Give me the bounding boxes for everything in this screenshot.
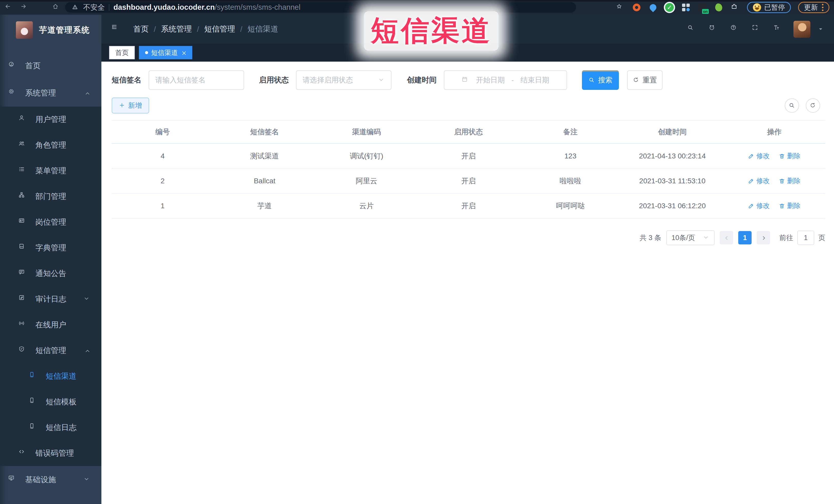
table-row: 2 Ballcat 阿里云 开启 啦啦啦 2021-03-31 11:53:10… — [112, 169, 825, 194]
sidebar-item-users[interactable]: 用户管理 — [0, 107, 102, 132]
menu-item-icon — [29, 372, 38, 381]
view-tab[interactable]: 短信渠道 — [139, 46, 192, 59]
home-icon[interactable] — [52, 3, 61, 12]
extension-orange-icon[interactable] — [632, 3, 641, 12]
avatar[interactable] — [793, 21, 810, 38]
menu-item-icon — [8, 475, 18, 484]
reset-button[interactable]: 重置 — [627, 70, 662, 90]
view-tab[interactable]: 首页 — [109, 46, 135, 59]
sidebar-item-system[interactable]: 系统管理 — [0, 79, 102, 107]
page-size-select[interactable]: 10条/页 — [666, 230, 715, 245]
sidebar-item-sms-log[interactable]: 短信日志 — [0, 415, 102, 440]
edit-link[interactable]: 修改 — [748, 152, 770, 160]
status-select[interactable]: 请选择启用状态 — [296, 70, 392, 90]
caret-down-icon[interactable] — [817, 26, 824, 32]
url-text: dashboard.yudao.iocoder.cn/system/sms/sm… — [113, 3, 300, 12]
sidebar-item-menus[interactable]: 菜单管理 — [0, 158, 102, 183]
extension-on-badge-icon[interactable] — [698, 3, 707, 12]
app-logo[interactable]: 芋道管理系统 — [0, 15, 102, 45]
back-icon[interactable] — [5, 3, 13, 12]
table-header-row: 编号短信签名渠道编码启用状态备注创建时间操作 — [112, 121, 825, 144]
breadcrumb-separator: / — [240, 25, 242, 34]
github-icon[interactable] — [709, 24, 719, 34]
sidebar-item-sms-template[interactable]: 短信模板 — [0, 389, 102, 415]
edit-link[interactable]: 修改 — [748, 176, 770, 185]
paused-badge[interactable]: 已暂停 — [747, 2, 791, 13]
breadcrumb-item[interactable]: 系统管理 — [161, 24, 192, 35]
sidebar-item-sms-channel[interactable]: 短信渠道 — [0, 363, 102, 389]
total-count: 共 3 条 — [640, 233, 661, 242]
font-size-icon[interactable] — [773, 24, 783, 34]
menu-item-label: 首页 — [25, 61, 41, 71]
sidebar-item-sms[interactable]: 短信管理 — [0, 337, 102, 363]
forward-icon[interactable] — [21, 3, 29, 12]
edit-link[interactable]: 修改 — [748, 201, 770, 210]
extensions-puzzle-icon[interactable] — [730, 3, 740, 12]
sidebar-item-error-code[interactable]: 错误码管理 — [0, 440, 102, 466]
breadcrumb-item[interactable]: 首页 — [133, 24, 149, 35]
extension-grid-icon[interactable] — [681, 3, 690, 12]
sidebar-item-roles[interactable]: 角色管理 — [0, 132, 102, 158]
trash-icon — [779, 153, 785, 159]
breadcrumb-item[interactable]: 短信渠道 — [247, 24, 278, 35]
tab-label: 短信渠道 — [151, 48, 178, 57]
close-icon[interactable] — [181, 50, 186, 55]
table-row: 1 芋道 云片 开启 呵呵呵哒 2021-03-31 06:12:20 修改 删… — [112, 194, 825, 219]
search-icon[interactable] — [687, 24, 697, 34]
table-tools — [785, 98, 820, 113]
toggle-search-button[interactable] — [785, 98, 799, 113]
breadcrumb-item[interactable]: 短信管理 — [204, 24, 235, 35]
menu-item-icon — [29, 423, 38, 432]
extension-pin-icon[interactable] — [649, 3, 658, 12]
divider — [109, 4, 109, 11]
menu-item-label: 菜单管理 — [36, 166, 66, 176]
sidebar-item-dict[interactable]: 字典管理 — [0, 235, 102, 261]
update-button[interactable]: 更新 — [798, 2, 829, 13]
browser-menu-icon[interactable] — [822, 4, 824, 11]
menu-item-label: 在线用户 — [36, 320, 66, 330]
extension-check-icon[interactable]: ✓ — [665, 3, 674, 12]
sidebar-item-audit-log[interactable]: 审计日志 — [0, 286, 102, 312]
reload-icon[interactable] — [37, 3, 45, 12]
cell-created: 2021-04-13 00:23:14 — [621, 152, 723, 160]
goto-page-input[interactable]: 1 — [797, 231, 814, 245]
sidebar-item-depts[interactable]: 部门管理 — [0, 183, 102, 209]
page-suffix: 页 — [818, 233, 825, 242]
main-content: 短信签名 请输入短信签名 启用状态 请选择启用状态 创建时间 开始日期 - 结束… — [102, 62, 834, 504]
extension-green-icon[interactable] — [714, 3, 723, 12]
search-button[interactable]: 搜索 — [582, 70, 619, 90]
browser-toolbar-right: ✓ 已暂停 更新 — [616, 2, 829, 13]
delete-link[interactable]: 删除 — [779, 152, 800, 160]
tab-label: 首页 — [115, 48, 129, 57]
next-page-button[interactable] — [757, 231, 770, 244]
cell-signature: 芋道 — [214, 201, 315, 211]
sidebar-item-infra[interactable]: 基础设施 — [0, 466, 102, 493]
cell-remark: 啦啦啦 — [520, 176, 621, 186]
address-bar[interactable]: 不安全 dashboard.yudao.iocoder.cn/system/sm… — [65, 2, 576, 13]
sidebar-item-posts[interactable]: 岗位管理 — [0, 209, 102, 235]
sidebar-item-online-users[interactable]: 在线用户 — [0, 312, 102, 337]
sidebar-item-notice[interactable]: 通知公告 — [0, 261, 102, 286]
menu-item-label: 岗位管理 — [36, 217, 66, 227]
menu-item-label: 短信日志 — [46, 422, 76, 433]
current-page[interactable]: 1 — [738, 231, 752, 244]
chevron-icon — [83, 89, 91, 96]
add-button[interactable]: 新增 — [112, 97, 149, 113]
date-range-picker[interactable]: 开始日期 - 结束日期 — [444, 70, 567, 90]
sidebar-item-home[interactable]: 首页 — [0, 52, 102, 79]
menu-item-label: 审计日志 — [36, 294, 66, 305]
delete-link[interactable]: 删除 — [779, 176, 800, 185]
refresh-table-button[interactable] — [806, 98, 820, 113]
fullscreen-icon[interactable] — [752, 24, 762, 34]
menu-item-icon — [19, 294, 28, 304]
hamburger-icon[interactable] — [111, 24, 122, 35]
cell-status: 开启 — [417, 201, 519, 211]
delete-link[interactable]: 删除 — [779, 201, 800, 210]
prev-page-button[interactable] — [720, 231, 733, 244]
security-label: 不安全 — [83, 3, 105, 12]
menu-item-icon — [8, 88, 18, 97]
bookmark-star-icon[interactable] — [616, 3, 625, 12]
cell-code: 调试(钉钉) — [315, 151, 417, 161]
help-icon[interactable] — [730, 24, 740, 34]
signature-input[interactable]: 请输入短信签名 — [149, 70, 244, 90]
